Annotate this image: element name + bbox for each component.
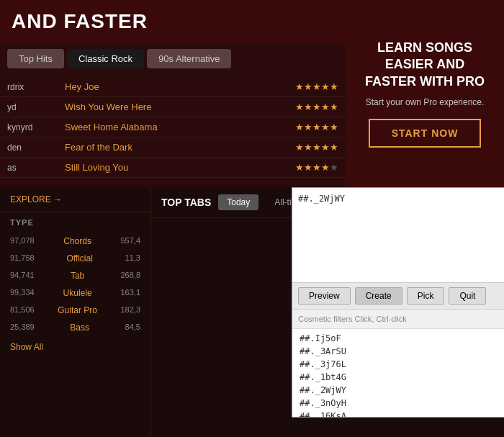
artist-name: den: [7, 143, 65, 153]
song-title-link[interactable]: Still Loving You: [65, 162, 289, 173]
type-count-right: 84,5: [125, 323, 140, 333]
type-link[interactable]: Guitar Pro: [58, 305, 97, 315]
filter-item[interactable]: ##._2WjWY: [292, 384, 504, 397]
cosmetic-filters-popup: 1 Preview Create Pick Quit Cosmetic filt…: [292, 187, 504, 418]
type-count-right: 268,8: [120, 271, 140, 281]
tabs-navigation: Top Hits Classic Rock 90s Alternative: [0, 43, 346, 74]
artist-name: rdrix: [7, 82, 65, 92]
type-row: 91,758Official11,3: [0, 250, 150, 267]
type-count-left: 94,741: [10, 271, 35, 281]
type-link[interactable]: Chords: [63, 236, 91, 246]
type-link[interactable]: Ukulele: [63, 288, 92, 298]
artist-name: yd: [7, 102, 65, 112]
type-count-right: 557,4: [120, 236, 140, 246]
song-title-link[interactable]: Sweet Home Alabama: [65, 122, 289, 132]
song-rating: ★★★★★: [295, 122, 338, 132]
type-rows: 97,078Chords557,491,758Official11,394,74…: [0, 233, 150, 336]
filter-item[interactable]: ##._3j76L: [292, 358, 504, 371]
song-row: asStill Loving You★★★★★: [0, 158, 346, 178]
explore-link[interactable]: EXPLORE →: [0, 187, 150, 212]
artist-name: as: [7, 163, 65, 173]
type-count-left: 99,334: [10, 288, 35, 298]
type-link[interactable]: Tab: [71, 271, 84, 281]
filter-item[interactable]: ##._3ArSU: [292, 345, 504, 358]
quit-button[interactable]: Quit: [449, 287, 486, 305]
promo-panel: LEARN SONGS EASIER AND FASTER WITH PRO S…: [346, 0, 504, 187]
song-rating: ★★★★★: [295, 142, 338, 153]
song-row: kynyrdSweet Home Alabama★★★★★: [0, 117, 346, 138]
type-row: 94,741Tab268,8: [0, 267, 150, 284]
create-button[interactable]: Create: [355, 287, 402, 305]
artist-name: kynyrd: [7, 122, 65, 132]
song-title-link[interactable]: Fear of the Dark: [65, 142, 289, 153]
type-count-right: 182,3: [120, 305, 140, 315]
promo-subtitle: Start your own Pro experience.: [366, 97, 485, 107]
song-row: rdrixHey Joe★★★★★: [0, 77, 346, 97]
filter-item[interactable]: ##._1bt4G: [292, 371, 504, 384]
preview-button[interactable]: Preview: [298, 287, 351, 305]
cosmetic-filters-label: Cosmetic filters Click, Ctrl-click: [292, 310, 504, 329]
song-title-link[interactable]: Wish You Were Here: [65, 102, 289, 112]
song-row: ydWish You Were Here★★★★★: [0, 97, 346, 117]
song-rating: ★★★★★: [295, 102, 338, 112]
type-link[interactable]: Official: [66, 253, 92, 263]
filter-item[interactable]: ##._3nOyH: [292, 397, 504, 410]
left-bottom-panel: EXPLORE → TYPE 97,078Chords557,491,758Of…: [0, 187, 151, 437]
song-rating: ★★★★★: [295, 162, 338, 173]
song-list: rdrixHey Joe★★★★★ydWish You Were Here★★★…: [0, 74, 346, 181]
filter-textarea[interactable]: [292, 188, 504, 283]
app-title: AND FASTER: [0, 0, 346, 43]
type-count-right: 11,3: [125, 253, 140, 263]
tab-90s-alternative[interactable]: 90s Alternative: [147, 49, 231, 68]
type-row: 25,389Bass84,5: [0, 319, 150, 336]
song-row: denFear of the Dark★★★★★: [0, 138, 346, 158]
right-bottom-panel: TOP TABS Today All-time TOP 100 TABS → 1…: [151, 187, 504, 437]
tab-classic-rock[interactable]: Classic Rock: [67, 49, 144, 68]
tab-top-hits[interactable]: Top Hits: [7, 49, 64, 68]
type-count-left: 81,506: [10, 305, 35, 315]
filter-item[interactable]: ##.Ij5oF: [292, 332, 504, 345]
cosmetic-hint: Click, Ctrl-click: [355, 315, 407, 323]
time-btn-today[interactable]: Today: [218, 194, 258, 210]
filter-item[interactable]: ##._16KsA: [292, 410, 504, 418]
popup-button-row: Preview Create Pick Quit: [292, 283, 504, 310]
type-link[interactable]: Bass: [70, 323, 89, 333]
type-row: 99,334Ukulele163,1: [0, 284, 150, 302]
type-row: 81,506Guitar Pro182,3: [0, 302, 150, 319]
type-header: TYPE: [0, 212, 150, 233]
type-row: 97,078Chords557,4: [0, 233, 150, 250]
top-tabs-label: TOP TABS: [161, 197, 211, 208]
promo-title: LEARN SONGS EASIER AND FASTER WITH PRO: [360, 40, 490, 90]
type-count-left: 91,758: [10, 253, 35, 263]
start-now-button[interactable]: START NOW: [369, 119, 482, 148]
show-all-link[interactable]: Show All: [0, 336, 150, 358]
pick-button[interactable]: Pick: [407, 287, 445, 305]
type-count-left: 97,078: [10, 236, 35, 246]
cosmetic-label-text: Cosmetic filters: [298, 315, 352, 323]
filter-list: ##.Ij5oF##._3ArSU##._3j76L##._1bt4G##._2…: [292, 329, 504, 418]
song-rating: ★★★★★: [295, 81, 338, 92]
song-title-link[interactable]: Hey Joe: [65, 81, 289, 92]
type-count-right: 163,1: [120, 288, 140, 298]
type-count-left: 25,389: [10, 323, 35, 333]
